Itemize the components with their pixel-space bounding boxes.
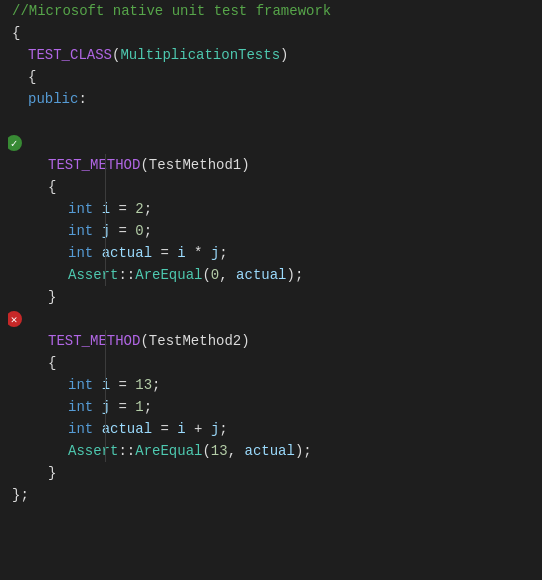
- method-name-1: TestMethod1: [149, 157, 241, 173]
- line-18: int i = 13;: [8, 374, 542, 396]
- line-1: //Microsoft native unit test framework: [8, 0, 542, 22]
- line-15-icon: ✕: [8, 308, 542, 330]
- var-i-2: i: [102, 377, 110, 393]
- line-14: }: [8, 286, 542, 308]
- line-8: TEST_METHOD(TestMethod1): [8, 154, 542, 176]
- method-name-2: TestMethod2: [149, 333, 241, 349]
- brace-open-2: {: [28, 69, 36, 85]
- line-13: Assert::AreEqual(0, actual);: [8, 264, 542, 286]
- assert-2: Assert: [68, 443, 118, 459]
- left-gutter: [0, 0, 8, 580]
- class-name: MultiplicationTests: [120, 47, 280, 63]
- vertical-bar-8: [105, 352, 106, 374]
- var-actual-2: actual: [102, 421, 152, 437]
- line-20: int actual = i + j;: [8, 418, 542, 440]
- code-editor: //Microsoft native unit test framework {…: [0, 0, 542, 580]
- num-0: 0: [135, 223, 143, 239]
- var-j-2: j: [102, 399, 110, 415]
- line-7-icon: ✓: [8, 132, 542, 154]
- keyword-int-3: int: [68, 245, 93, 261]
- line-23: };: [8, 484, 542, 506]
- line-11: int j = 0;: [8, 220, 542, 242]
- test-pass-icon: ✓: [8, 135, 22, 151]
- line-16: TEST_METHOD(TestMethod2): [8, 330, 542, 352]
- line-21: Assert::AreEqual(13, actual);: [8, 440, 542, 462]
- are-equal-2: AreEqual: [135, 443, 202, 459]
- line-3: TEST_CLASS(MultiplicationTests): [8, 44, 542, 66]
- code-content[interactable]: //Microsoft native unit test framework {…: [8, 0, 542, 580]
- keyword-int-5: int: [68, 399, 93, 415]
- brace-open: {: [12, 25, 20, 41]
- var-i-1: i: [102, 201, 110, 217]
- assert-1: Assert: [68, 267, 118, 283]
- keyword-int-6: int: [68, 421, 93, 437]
- line-10: int i = 2;: [8, 198, 542, 220]
- keyword-int-1: int: [68, 201, 93, 217]
- keyword-int-2: int: [68, 223, 93, 239]
- keyword-int-4: int: [68, 377, 93, 393]
- num-2: 2: [135, 201, 143, 217]
- var-j-1: j: [102, 223, 110, 239]
- line-12: int actual = i * j;: [8, 242, 542, 264]
- line-19: int j = 1;: [8, 396, 542, 418]
- line-4: {: [8, 66, 542, 88]
- line-2: {: [8, 22, 542, 44]
- line-6: [8, 110, 542, 132]
- line-22: }: [8, 462, 542, 484]
- are-equal-1: AreEqual: [135, 267, 202, 283]
- line-5: public:: [8, 88, 542, 110]
- num-13: 13: [135, 377, 152, 393]
- test-method-macro-1: TEST_METHOD: [48, 157, 140, 173]
- line-17: {: [8, 352, 542, 374]
- test-method-macro-2: TEST_METHOD: [48, 333, 140, 349]
- comment-text: //Microsoft native unit test framework: [12, 3, 331, 19]
- line-9: {: [8, 176, 542, 198]
- keyword-public: public: [28, 91, 78, 107]
- num-1: 1: [135, 399, 143, 415]
- vertical-bar-2: [105, 176, 106, 198]
- test-fail-icon: ✕: [8, 311, 22, 327]
- var-actual-1: actual: [102, 245, 152, 261]
- test-class-macro: TEST_CLASS: [28, 47, 112, 63]
